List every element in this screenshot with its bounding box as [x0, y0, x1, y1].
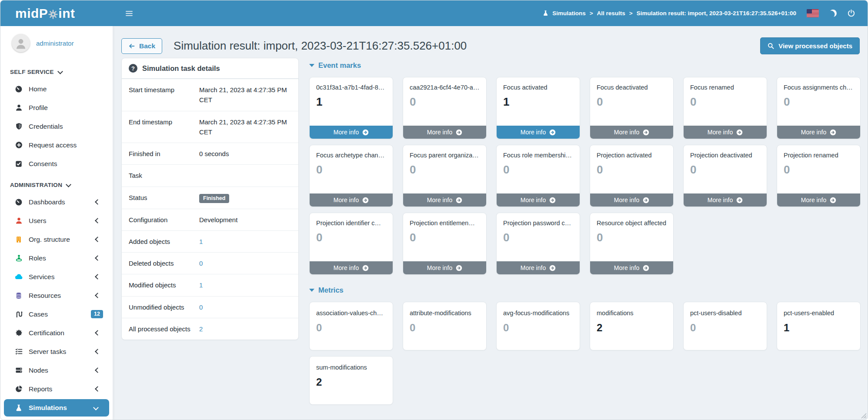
sidebar-item-dashboards[interactable]: Dashboards — [0, 193, 113, 211]
details-card-title: Simulation task details — [142, 64, 220, 73]
more-info-button[interactable]: More info — [497, 193, 580, 207]
sidebar-item-simulations[interactable]: Simulations — [4, 399, 109, 417]
detail-row: All processed objects2 — [122, 318, 298, 340]
more-info-button[interactable]: More info — [403, 126, 486, 139]
sidebar-item-services[interactable]: Services — [0, 267, 113, 286]
sidebar-item-resources[interactable]: Resources — [0, 286, 113, 305]
midpoint-logo[interactable]: midP int — [15, 6, 75, 21]
event-mark-card: Projection renamed 0 More info — [777, 145, 861, 207]
list-check-icon — [14, 348, 23, 355]
sidebar-item-request-access[interactable]: Request access — [0, 136, 113, 154]
sidebar-item-cases[interactable]: Cases 12 — [0, 305, 113, 323]
sidebar-item-label: Services — [29, 273, 54, 281]
more-info-button[interactable]: More info — [590, 193, 673, 207]
section-header-administration[interactable]: ADMINISTRATION — [0, 173, 113, 193]
metrics-section-header[interactable]: Metrics — [309, 286, 861, 294]
more-info-button[interactable]: More info — [310, 126, 393, 139]
event-marks-section-header[interactable]: Event marks — [309, 61, 861, 70]
more-info-button[interactable]: More info — [310, 261, 393, 274]
back-label: Back — [139, 42, 155, 50]
more-info-button[interactable]: More info — [310, 193, 393, 207]
pie-chart-icon — [14, 385, 23, 393]
sidebar-item-nodes[interactable]: Nodes — [0, 361, 113, 380]
detail-row: Modified objects1 — [122, 274, 298, 296]
more-info-button[interactable]: More info — [777, 126, 860, 139]
sidebar-item-label: Profile — [29, 104, 48, 112]
event-mark-title: Projection activated — [597, 152, 667, 159]
metric-title: attribute-modifications — [410, 310, 480, 317]
chevron-left-icon — [95, 293, 100, 298]
more-info-button[interactable]: More info — [684, 126, 767, 139]
arrow-circle-right-icon — [362, 197, 369, 203]
sidebar-item-server-tasks[interactable]: Server tasks — [0, 342, 113, 361]
more-info-button[interactable]: More info — [403, 193, 486, 207]
logout-power-icon[interactable] — [847, 9, 855, 17]
event-mark-card: Focus assignments ch… 0 More info — [777, 77, 861, 139]
metrics-title: Metrics — [318, 286, 344, 294]
chevron-left-icon — [95, 274, 100, 280]
chevron-left-icon — [95, 367, 100, 373]
detail-row: Task — [122, 164, 298, 186]
locale-flag-us-icon[interactable] — [807, 9, 819, 17]
more-info-button[interactable]: More info — [497, 261, 580, 274]
detail-value: March 21, 2023 at 4:27:35 PM CET — [199, 117, 291, 137]
sidebar-item-label: Credentials — [29, 123, 63, 130]
breadcrumb-link-simulations[interactable]: Simulations — [552, 10, 586, 17]
event-mark-value: 0 — [503, 231, 573, 244]
added-objects-link[interactable]: 1 — [199, 238, 203, 245]
logo-text-post: int — [58, 6, 75, 21]
breadcrumb-link-all-results[interactable]: All results — [597, 10, 625, 17]
arrow-circle-right-icon — [549, 129, 556, 136]
more-info-button[interactable]: More info — [590, 126, 673, 139]
more-info-button[interactable]: More info — [403, 261, 486, 274]
caret-down-icon — [309, 64, 314, 67]
route-icon — [14, 310, 23, 318]
chevron-down-icon — [66, 182, 71, 187]
building-icon — [14, 236, 23, 243]
sidebar-item-org-structure[interactable]: Org. structure — [0, 230, 113, 249]
chevron-left-icon — [95, 199, 100, 205]
sidebar-item-roles[interactable]: Roles — [0, 249, 113, 267]
more-info-button[interactable]: More info — [590, 261, 673, 274]
sidebar-item-label: Roles — [29, 254, 46, 262]
more-info-button[interactable]: More info — [684, 193, 767, 207]
user-icon — [14, 104, 23, 111]
event-mark-title: Focus activated — [503, 84, 573, 91]
arrow-circle-right-icon — [736, 197, 743, 203]
event-mark-card: Projection password c… 0 More info — [496, 213, 580, 275]
view-processed-objects-button[interactable]: View processed objects — [760, 37, 860, 54]
sidebar-item-credentials[interactable]: Credentials — [0, 117, 113, 136]
username-link[interactable]: administrator — [36, 40, 74, 47]
more-info-button[interactable]: More info — [777, 193, 860, 207]
sidebar-item-label: Resources — [29, 292, 61, 300]
detail-label: Unmodified objects — [129, 302, 199, 312]
check-square-icon — [14, 160, 23, 167]
event-mark-value: 0 — [690, 95, 760, 109]
question-circle-icon: ? — [129, 64, 137, 73]
page-title: Simulation result: import, 2023-03-21T16… — [174, 39, 467, 53]
section-header-self-service[interactable]: SELF SERVICE — [0, 60, 113, 80]
dark-mode-moon-icon[interactable] — [829, 10, 837, 17]
all-processed-objects-link[interactable]: 2 — [199, 325, 203, 333]
detail-row: Unmodified objects0 — [122, 296, 298, 318]
resize-grip-icon[interactable] — [860, 412, 867, 419]
modified-objects-link[interactable]: 1 — [199, 281, 203, 289]
hamburger-menu-icon[interactable] — [125, 9, 134, 18]
back-button[interactable]: Back — [121, 38, 162, 54]
sidebar-item-reports[interactable]: Reports — [0, 380, 113, 398]
sidebar-item-home[interactable]: Home — [0, 80, 113, 98]
sidebar-item-profile[interactable]: Profile — [0, 98, 113, 117]
event-mark-value: 0 — [784, 163, 854, 177]
event-mark-title: Focus parent organiza… — [410, 152, 480, 159]
event-mark-title: Projection identifier c… — [316, 220, 386, 227]
unmodified-objects-link[interactable]: 0 — [199, 303, 203, 311]
sidebar-item-consents[interactable]: Consents — [0, 154, 113, 173]
sidebar-item-certification[interactable]: Certification — [0, 323, 113, 342]
sidebar-item-users[interactable]: Users — [0, 211, 113, 230]
deleted-objects-link[interactable]: 0 — [199, 260, 203, 267]
more-info-button[interactable]: More info — [497, 126, 580, 139]
event-mark-title: caa2921a-6cf4-4e70-a… — [410, 84, 480, 91]
event-mark-value: 1 — [316, 95, 386, 109]
metric-value: 0 — [690, 322, 760, 334]
detail-row: Deleted objects0 — [122, 252, 298, 274]
